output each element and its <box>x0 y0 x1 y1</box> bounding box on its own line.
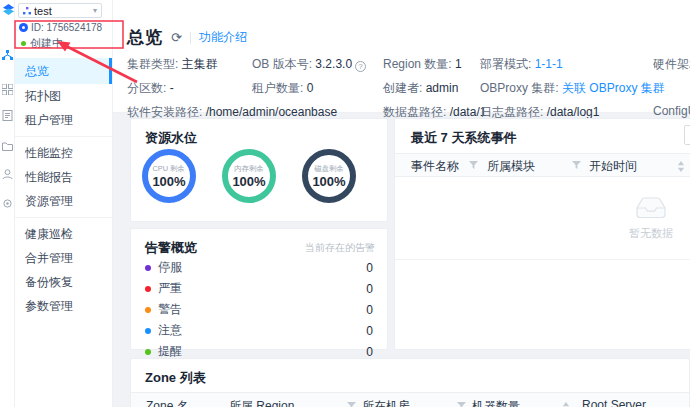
sort-icon[interactable] <box>562 402 570 407</box>
question-circle-icon[interactable]: ? <box>355 61 366 72</box>
sidebar-item-health-check[interactable]: 健康巡检 <box>15 222 112 246</box>
cluster-status-text: 创建中 <box>30 36 63 51</box>
zone-table-header: Zone 名 所属 Region 所在机房 机器数量 Root Server <box>131 392 689 407</box>
gauge-label: 内存剩余 <box>234 163 263 173</box>
sidebar: test ▾ ID: 1756524178 创建中 总览 拓扑图 租户管理 性能… <box>15 0 113 407</box>
column-header-module: 所属模块 <box>487 154 535 178</box>
sidebar-item-backup[interactable]: 备份恢复 <box>15 270 112 294</box>
alert-count: 0 <box>366 345 373 359</box>
info-value: 1 <box>455 57 462 71</box>
info-label: 软件安装路径: <box>127 105 202 119</box>
gauge-label: 磁盘剩余 <box>314 163 343 173</box>
alert-dot-icon <box>145 328 151 334</box>
alert-count: 0 <box>366 303 373 317</box>
alert-dot-icon <box>145 307 151 313</box>
info-row-2: 分区数: - 租户数量: 0 创建者: admin OBProxy 集群: 关联… <box>113 80 690 94</box>
alert-label: 停服 <box>158 259 359 276</box>
status-dot-icon <box>21 41 26 46</box>
cluster-glyph-icon <box>23 7 31 15</box>
panel-title: Zone 列表 <box>145 369 206 387</box>
info-value: 3.2.3.0 <box>315 57 352 71</box>
alert-dot-icon <box>145 286 151 292</box>
cluster-selector[interactable]: test ▾ <box>18 3 102 18</box>
info-value: admin <box>426 81 459 95</box>
filter-icon[interactable] <box>347 402 356 407</box>
alert-count: 0 <box>366 261 373 275</box>
cluster-icon[interactable] <box>2 50 13 61</box>
gauge-value: 100% <box>312 174 345 189</box>
memory-gauge: 内存剩余 100% <box>222 149 276 203</box>
empty-text: 暂无数据 <box>601 226 690 241</box>
main-area: 总览 ⟳ 功能介绍 集群类型: 主集群 OB 版本号: 3.2.3.0? Reg… <box>113 0 690 407</box>
info-label: 租户数量: <box>252 81 303 95</box>
gauge-value: 100% <box>232 174 265 189</box>
empty-state: 暂无数据 <box>601 193 690 241</box>
column-header-event-name: 事件名称 <box>411 154 459 178</box>
alert-dot-icon <box>145 265 151 271</box>
column-header-start-time: 开始时间 <box>589 154 637 178</box>
cluster-id-icon <box>19 23 28 32</box>
cluster-status-row: 创建中 <box>21 36 63 51</box>
info-value: 主集群 <box>182 57 218 71</box>
divider <box>190 32 191 44</box>
sidebar-item-topology[interactable]: 拓扑图 <box>15 84 112 108</box>
gauge-label: CPU 剩余 <box>153 163 185 173</box>
page-title: 总览 <box>127 26 163 49</box>
filter-icon[interactable] <box>469 161 478 170</box>
info-label: 集群类型: <box>127 57 178 71</box>
sidebar-item-perf-report[interactable]: 性能报告 <box>15 165 112 189</box>
events-table-header: 事件名称 所属模块 开始时间 <box>395 153 690 177</box>
grid-icon[interactable] <box>2 84 13 95</box>
filter-icon[interactable] <box>572 161 581 170</box>
alert-list: 停服 0 严重 0 警告 0 注意 0 <box>145 257 373 362</box>
refresh-icon[interactable]: ⟳ <box>171 31 182 44</box>
alert-label: 严重 <box>158 280 359 297</box>
sidebar-item-perf-monitor[interactable]: 性能监控 <box>15 141 112 165</box>
empty-inbox-icon <box>634 193 668 220</box>
alert-label: 注意 <box>158 322 359 339</box>
sort-icon[interactable] <box>677 161 685 172</box>
user-icon[interactable] <box>2 169 13 180</box>
cluster-id-row: ID: 1756524178 <box>19 22 102 33</box>
sidebar-item-parameters[interactable]: 参数管理 <box>15 294 112 318</box>
gear-icon[interactable] <box>2 198 13 209</box>
sidebar-item-tenant[interactable]: 租户管理 <box>15 108 112 132</box>
alert-item-critical: 严重 0 <box>145 278 373 299</box>
zone-list-panel: Zone 列表 Zone 名 所属 Region 所在机房 机器数量 Root … <box>130 358 690 407</box>
sidebar-item-overview[interactable]: 总览 <box>15 58 112 84</box>
alert-overview-panel: 告警概览 当前存在的告警 停服 0 严重 0 警告 0 <box>130 228 388 350</box>
alert-count: 0 <box>366 324 373 338</box>
column-header-idc: 所在机房 <box>362 398 410 407</box>
table-body-border <box>395 259 690 260</box>
oceanbase-logo <box>2 3 15 16</box>
info-label: 创建者: <box>383 81 422 95</box>
info-value: - <box>170 81 174 95</box>
obproxy-link[interactable]: 关联 OBProxy 集群 <box>562 81 665 95</box>
info-value: /home/admin/oceanbase <box>206 105 337 119</box>
report-icon[interactable] <box>2 110 13 121</box>
alert-count: 0 <box>366 282 373 296</box>
sidebar-item-resource[interactable]: 资源管理 <box>15 189 112 213</box>
sidebar-item-merge[interactable]: 合并管理 <box>15 246 112 270</box>
info-label: 部署模式: <box>480 57 531 71</box>
panel-title: 最近 7 天系统事件 <box>411 129 516 147</box>
gauge-value: 100% <box>152 174 185 189</box>
feature-intro-link[interactable]: 功能介绍 <box>199 29 247 46</box>
info-row-3: 软件安装路径: /home/admin/oceanbase 数据盘路径: /da… <box>113 104 690 118</box>
info-label: 硬件架构: <box>653 57 690 71</box>
events-panel-cutoff-button[interactable] <box>684 125 690 145</box>
icon-rail <box>0 0 15 407</box>
column-header-root-server: Root Server <box>582 398 646 407</box>
info-label: OBProxy 集群: <box>480 81 559 95</box>
panel-title: 资源水位 <box>145 129 197 147</box>
filter-icon[interactable] <box>457 402 466 407</box>
folder-icon[interactable] <box>2 141 13 152</box>
alert-item-stop: 停服 0 <box>145 257 373 278</box>
page-header: 总览 ⟳ 功能介绍 集群类型: 主集群 OB 版本号: 3.2.3.0? Reg… <box>113 0 690 113</box>
menu-divider <box>15 136 112 137</box>
info-label: OB 版本号: <box>252 57 312 71</box>
chevron-down-icon: ▾ <box>93 7 97 15</box>
info-label: 数据盘路径: <box>383 105 446 119</box>
deploy-mode-link[interactable]: 1-1-1 <box>535 57 563 71</box>
info-value: /data/log1 <box>547 105 600 119</box>
